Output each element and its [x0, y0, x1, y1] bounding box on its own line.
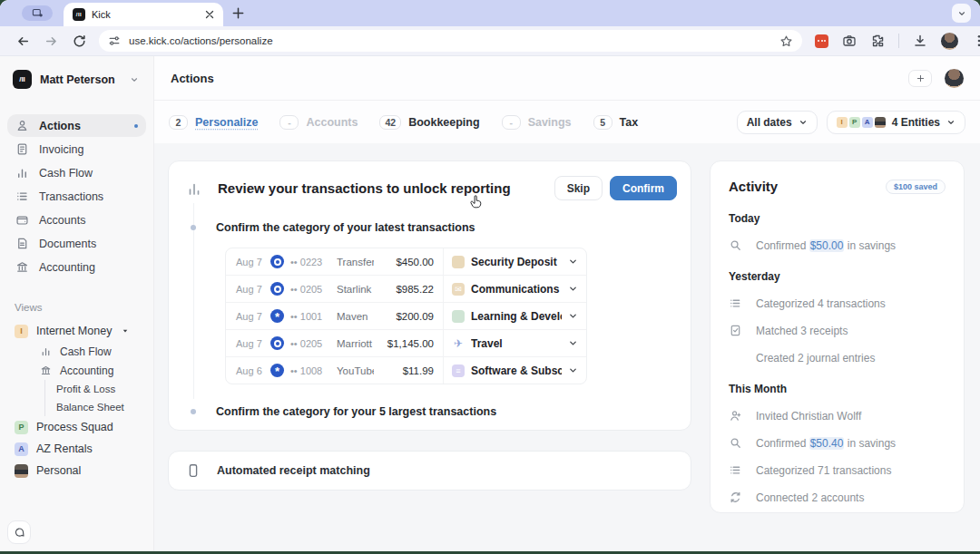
- new-tab-button[interactable]: [231, 6, 245, 20]
- tab-close-icon[interactable]: [203, 8, 216, 21]
- tab-count-badge: 5: [593, 115, 612, 130]
- sidebar-item-documents[interactable]: Documents: [7, 232, 146, 255]
- forward-button[interactable]: [44, 34, 59, 49]
- tab-count-badge: -: [279, 115, 299, 130]
- browser-profile-avatar[interactable]: [941, 33, 958, 50]
- amount-highlight: $50.00: [809, 239, 845, 252]
- page-title: Actions: [171, 72, 908, 85]
- cashflow-icon: [40, 345, 52, 357]
- sidebar-item-cash-flow[interactable]: Cash Flow: [7, 161, 146, 184]
- activity-title: Activity: [729, 179, 886, 194]
- tab-personalize[interactable]: 2 Personalize: [169, 115, 258, 130]
- view-process-squad[interactable]: P Process Squad: [0, 416, 153, 438]
- view-accounting[interactable]: Accounting: [0, 361, 153, 380]
- browser-tab[interactable]: /II Kick: [64, 3, 223, 26]
- tab-accounts[interactable]: - Accounts: [279, 115, 358, 130]
- entity-badge-p: P: [849, 117, 860, 128]
- tab-tax[interactable]: 5 Tax: [593, 115, 639, 130]
- activity-item: Connected 2 accounts: [729, 491, 946, 504]
- extensions-puzzle-icon[interactable]: [870, 34, 885, 48]
- activity-sections: Today Confirmed $50.00 in savings Yester…: [729, 212, 946, 504]
- main-area: Actions 2 Personalize - Accounts 42 Book…: [154, 56, 980, 551]
- workspace-switcher[interactable]: /II Matt Peterson: [0, 56, 153, 89]
- view-profit-loss[interactable]: Profit & Loss: [44, 380, 153, 398]
- sidebar-item-invoicing[interactable]: Invoicing: [7, 138, 146, 160]
- activity-section-header: Today: [729, 212, 946, 225]
- camera-icon[interactable]: [842, 34, 857, 48]
- activity-item: Confirmed $50.00 in savings: [729, 238, 946, 252]
- help-chat-button[interactable]: [7, 520, 31, 544]
- tab-savings[interactable]: - Savings: [502, 115, 572, 130]
- browser-menu-icon[interactable]: [972, 34, 980, 48]
- entities-filter-dropdown[interactable]: IPA 4 Entities: [827, 111, 965, 134]
- bookmark-star-icon[interactable]: [779, 34, 793, 48]
- view-az-rentals[interactable]: A AZ Rentals: [0, 438, 153, 460]
- activity-section-header: This Month: [729, 383, 946, 395]
- views-label: Views: [0, 278, 153, 320]
- invoicing-icon: [15, 142, 29, 156]
- activity-section: This Month Invited Christian Wolff Confi…: [729, 383, 946, 504]
- entity-badge: I: [15, 325, 28, 338]
- tab-search-button[interactable]: [22, 5, 53, 21]
- view-balance-sheet[interactable]: Balance Sheet: [44, 398, 153, 416]
- browser-tab-strip: /II Kick: [0, 0, 980, 26]
- automated-receipt-matching-card[interactable]: Automated receipt matching: [168, 451, 691, 491]
- avatar: [729, 351, 742, 364]
- sidebar-item-transactions[interactable]: Transactions: [7, 185, 146, 208]
- back-button[interactable]: [15, 34, 31, 49]
- tab-bookkeeping[interactable]: 42 Bookkeeping: [379, 115, 479, 130]
- step-dot: [191, 409, 196, 414]
- reload-button[interactable]: [72, 34, 87, 49]
- confirm-button[interactable]: Confirm: [610, 176, 677, 200]
- entity-badge: A: [15, 442, 28, 456]
- kick-app: /II Matt Peterson Actions Invoicing Cash…: [0, 56, 980, 551]
- add-button[interactable]: [908, 70, 932, 87]
- chevron-down-icon: [946, 118, 956, 127]
- kick-favicon: /II: [73, 8, 85, 21]
- skip-button[interactable]: Skip: [554, 176, 603, 200]
- sidebar-item-actions[interactable]: Actions: [7, 114, 146, 137]
- list-icon: [729, 463, 742, 477]
- entity-badge-a: A: [862, 117, 873, 128]
- category-icon: [452, 310, 465, 323]
- sidebar-nav: Actions Invoicing Cash Flow Transactions…: [0, 114, 153, 278]
- actions-tab-bar: 2 Personalize - Accounts 42 Bookkeeping …: [154, 101, 980, 144]
- sidebar-item-accounting[interactable]: Accounting: [7, 256, 146, 278]
- view-internet-money[interactable]: I Internet Money: [0, 320, 153, 342]
- entity-badges: IPA: [837, 117, 886, 128]
- sidebar-item-accounts[interactable]: Accounts: [7, 209, 146, 231]
- category-select[interactable]: Security Deposit: [443, 248, 586, 275]
- category-select[interactable]: ≡ Software & Subscriptions: [443, 357, 586, 384]
- date-filter-dropdown[interactable]: All dates: [737, 111, 818, 134]
- chevron-down-icon: [130, 75, 139, 84]
- category-select[interactable]: ✉ Communications: [443, 276, 586, 302]
- site-settings-icon[interactable]: [108, 34, 121, 47]
- extension-icon[interactable]: [815, 34, 828, 48]
- app-header: Actions: [154, 56, 980, 101]
- tabs: 2 Personalize - Accounts 42 Bookkeeping …: [169, 115, 660, 130]
- chevron-down-icon: [568, 257, 578, 267]
- address-bar[interactable]: use.kick.co/actions/personalize: [99, 30, 802, 52]
- documents-icon: [15, 237, 29, 250]
- activity-section: Yesterday Categorized 4 transactions Mat…: [729, 270, 946, 364]
- card-title: Review your transactions to unlock repor…: [218, 180, 554, 196]
- view-personal[interactable]: Personal: [0, 460, 153, 481]
- view-cash-flow[interactable]: Cash Flow: [0, 342, 153, 361]
- user-avatar[interactable]: [945, 69, 964, 88]
- category-select[interactable]: Learning & Development: [443, 303, 586, 329]
- activity-section: Today Confirmed $50.00 in savings: [729, 212, 946, 252]
- cashflow-icon: [15, 166, 29, 180]
- step-dot: [191, 225, 196, 230]
- filters: All dates IPA 4 Entities: [737, 111, 965, 134]
- toolbar-actions: [815, 33, 980, 50]
- downloads-icon[interactable]: [913, 34, 927, 48]
- tab-count-badge: 42: [379, 115, 401, 130]
- bank-logo-icon: [270, 309, 284, 323]
- browser-window: /II Kick use.kick.co/actions/personalize: [0, 0, 980, 551]
- activity-section-header: Yesterday: [729, 270, 946, 283]
- category-icon: ≡: [452, 364, 465, 377]
- accounting-icon: [15, 260, 29, 274]
- sidebar-views: I Internet Money Cash Flow Accounting Pr…: [0, 320, 153, 481]
- tab-strip-chevron-button[interactable]: [952, 4, 971, 23]
- category-select[interactable]: ✈ Travel: [443, 330, 586, 356]
